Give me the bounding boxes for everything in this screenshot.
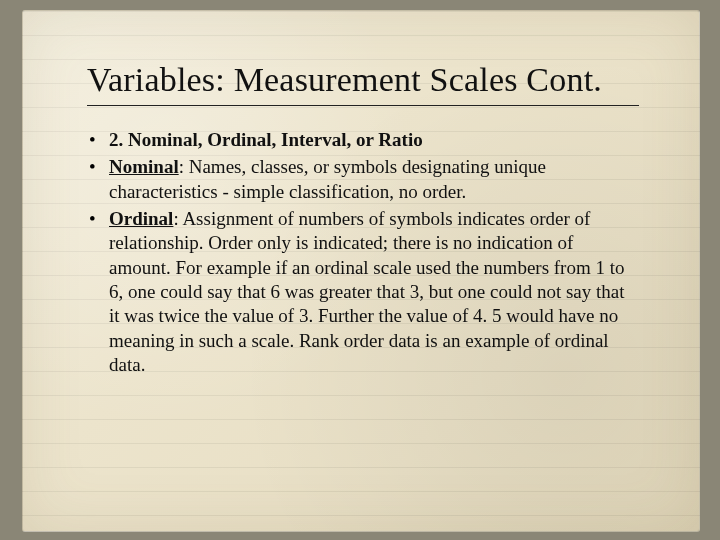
- term-label: Ordinal: [109, 208, 173, 229]
- term-label: Nominal: [109, 156, 179, 177]
- bullet-list: 2. Nominal, Ordinal, Interval, or Ratio …: [87, 128, 639, 377]
- list-item: Ordinal: Assignment of numbers of symbol…: [87, 207, 639, 377]
- list-item: Nominal: Names, classes, or symbols desi…: [87, 155, 639, 204]
- paper-background: Variables: Measurement Scales Cont. 2. N…: [22, 10, 700, 532]
- title-divider: [87, 105, 639, 106]
- slide-content: Variables: Measurement Scales Cont. 2. N…: [23, 11, 699, 377]
- slide-title: Variables: Measurement Scales Cont.: [87, 61, 639, 99]
- term-definition: : Assignment of numbers of symbols indic…: [109, 208, 625, 375]
- bullet-heading: 2. Nominal, Ordinal, Interval, or Ratio: [109, 129, 423, 150]
- list-item: 2. Nominal, Ordinal, Interval, or Ratio: [87, 128, 639, 152]
